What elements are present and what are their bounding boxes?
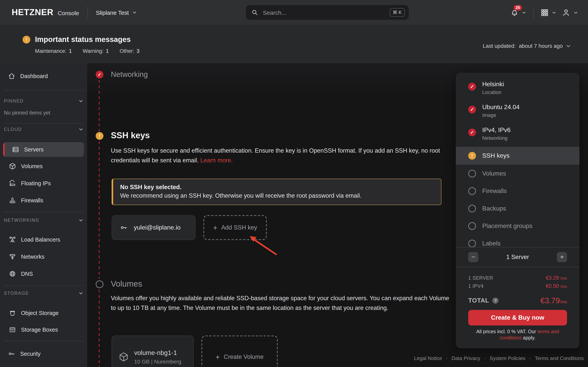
- notification-badge: 25: [514, 5, 522, 10]
- ssh-alert-title: No SSH key selected.: [120, 184, 434, 191]
- footer-separator: ·: [529, 355, 531, 361]
- ssh-description: Use SSH keys for secure and efficient au…: [111, 146, 448, 165]
- sidebar-item-label: Dashboard: [20, 73, 48, 79]
- sidebar-item-firewalls[interactable]: Firewalls: [0, 193, 87, 208]
- server-count-stepper: − 1 Server +: [456, 247, 579, 267]
- other-count: 3: [137, 48, 139, 54]
- sidebar-section-storage[interactable]: STORAGE: [4, 289, 83, 297]
- ssh-warning-icon: !: [96, 132, 104, 140]
- hetzner-logo[interactable]: HETZNER: [12, 7, 53, 17]
- status-title: Important status messages: [35, 35, 131, 44]
- sidebar-section-pinned[interactable]: PINNED: [4, 97, 83, 105]
- key-icon: [8, 350, 16, 358]
- last-updated-toggle[interactable]: Last updated: about 7 hours ago: [483, 43, 571, 49]
- divider: [4, 123, 83, 124]
- network-icon: [9, 253, 16, 261]
- step-placement-groups[interactable]: Placement groups: [456, 217, 579, 234]
- divider: [533, 7, 534, 18]
- create-buy-button[interactable]: Create & Buy now: [468, 310, 567, 325]
- todo-circle: [468, 204, 476, 212]
- account-menu[interactable]: [562, 8, 578, 17]
- price-label: 1 SERVER: [468, 275, 493, 281]
- sidebar-item-dashboard[interactable]: Dashboard: [0, 69, 87, 83]
- system-policies-link[interactable]: System Policies: [490, 355, 525, 361]
- divider: [88, 7, 88, 18]
- sidebar-section-networking[interactable]: NETWORKING: [4, 216, 83, 224]
- check-badge: ✓: [468, 129, 476, 136]
- sidebar-item-label: Storage Boxes: [21, 327, 58, 333]
- search-bar[interactable]: ⌘ K: [246, 5, 409, 20]
- firewall-icon: [9, 197, 16, 204]
- step-backups[interactable]: Backups: [456, 200, 579, 217]
- section-header-label: PINNED: [4, 99, 24, 103]
- price-value: €0.50: [546, 283, 559, 289]
- step-title: Placement groups: [482, 222, 532, 230]
- sidebar-item-floating-ips[interactable]: Floating IPs: [0, 176, 87, 191]
- sidebar-item-object-storage[interactable]: Object Storage: [0, 306, 87, 320]
- step-sublabel: Location: [482, 89, 579, 95]
- cube-icon: [9, 162, 16, 170]
- server-icon: [12, 146, 19, 153]
- check-badge: ✓: [468, 83, 476, 91]
- ssh-key-card[interactable]: yulei@sliplane.io: [112, 215, 196, 240]
- step-volumes[interactable]: Volumes: [456, 165, 579, 182]
- top-bar: HETZNER Console Sliplane Test ⌘ K 25: [0, 0, 588, 25]
- data-privacy-link[interactable]: Data Privacy: [451, 355, 480, 361]
- plus-icon: +: [213, 224, 217, 231]
- load-balancer-icon: [9, 236, 16, 243]
- apps-menu[interactable]: [541, 8, 556, 17]
- sidebar-item-networks[interactable]: Networks: [0, 249, 87, 264]
- search-input[interactable]: [262, 9, 389, 16]
- todo-circle: [468, 222, 476, 230]
- step-image[interactable]: ✓ Ubuntu 24.04 Image: [456, 101, 579, 124]
- hetzner-console: HETZNER Console Sliplane Test ⌘ K 25: [0, 0, 588, 367]
- increase-server-button[interactable]: +: [557, 252, 567, 262]
- volumes-section-title: Volumes: [111, 279, 142, 289]
- maintenance-count: 1: [69, 48, 72, 54]
- price-row-server: 1 SERVER €3.29 /mo: [468, 274, 567, 282]
- step-firewalls[interactable]: Firewalls: [456, 182, 579, 200]
- sidebar-section-cloud[interactable]: CLOUD: [4, 125, 83, 133]
- decrease-server-button[interactable]: −: [468, 252, 478, 262]
- warning-label: Warning:: [83, 48, 104, 54]
- sidebar-item-servers[interactable]: Servers: [3, 142, 84, 157]
- volume-card[interactable]: volume-nbg1-1 10 GB | Nuremberg: [112, 335, 194, 367]
- step-networking[interactable]: ✓ IPv4, IPv6 Networking: [456, 124, 579, 147]
- exclamation-icon: !: [99, 133, 100, 139]
- footer-links: Legal Notice · Data Privacy · System Pol…: [414, 355, 584, 361]
- step-ssh-keys[interactable]: ! SSH keys: [456, 147, 579, 165]
- step-title: Ubuntu 24.04: [482, 103, 579, 111]
- sidebar-item-storage-boxes[interactable]: Storage Boxes: [0, 322, 87, 337]
- sidebar-item-dns[interactable]: DNS: [0, 267, 87, 281]
- server-count-label: 1 Server: [478, 254, 557, 261]
- footer-separator: ·: [484, 355, 486, 361]
- legal-notice-link[interactable]: Legal Notice: [414, 355, 442, 361]
- notifications-menu[interactable]: 25: [510, 8, 526, 17]
- ssh-alert-box: No SSH key selected. We recommend using …: [112, 179, 441, 205]
- step-title: Labels: [482, 239, 501, 247]
- warning-count: 1: [106, 48, 109, 54]
- console-label: Console: [58, 10, 79, 16]
- terms-link[interactable]: Terms and Conditions: [535, 355, 584, 361]
- total-label: TOTAL: [468, 297, 489, 304]
- step-labels[interactable]: Labels: [456, 234, 579, 247]
- exclamation-icon: !: [471, 153, 473, 158]
- sidebar-item-volumes[interactable]: Volumes: [0, 159, 87, 174]
- create-volume-label: Create Volume: [224, 353, 264, 360]
- learn-more-link[interactable]: Learn more.: [200, 157, 233, 164]
- cube-icon: [118, 351, 129, 362]
- project-switcher[interactable]: Sliplane Test: [96, 9, 137, 16]
- sidebar-item-label: Servers: [24, 146, 43, 153]
- step-location[interactable]: ✓ Helsinki Location: [456, 78, 579, 101]
- section-header-label: STORAGE: [4, 291, 29, 296]
- ssh-alert-body: We recommend using an SSH key. Otherwise…: [120, 192, 434, 199]
- todo-circle: [468, 169, 476, 177]
- networking-section-title: Networking: [111, 70, 148, 79]
- create-volume-button[interactable]: + Create Volume: [201, 335, 278, 367]
- divider: [4, 212, 83, 212]
- sidebar-item-security[interactable]: Security: [0, 346, 87, 361]
- volume-meta: 10 GB | Nuremberg: [134, 359, 181, 365]
- sidebar-item-load-balancers[interactable]: Load Balancers: [0, 232, 87, 247]
- plus-icon: +: [216, 353, 220, 361]
- help-icon[interactable]: ?: [492, 298, 499, 304]
